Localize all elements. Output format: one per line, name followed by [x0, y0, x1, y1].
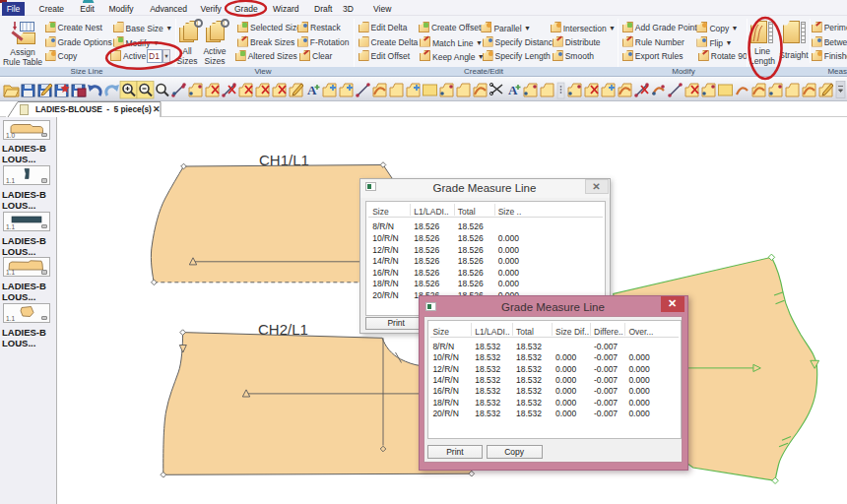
svg-text:CH2/L1: CH2/L1: [258, 321, 308, 338]
svg-text:CH1/L1: CH1/L1: [259, 152, 309, 168]
